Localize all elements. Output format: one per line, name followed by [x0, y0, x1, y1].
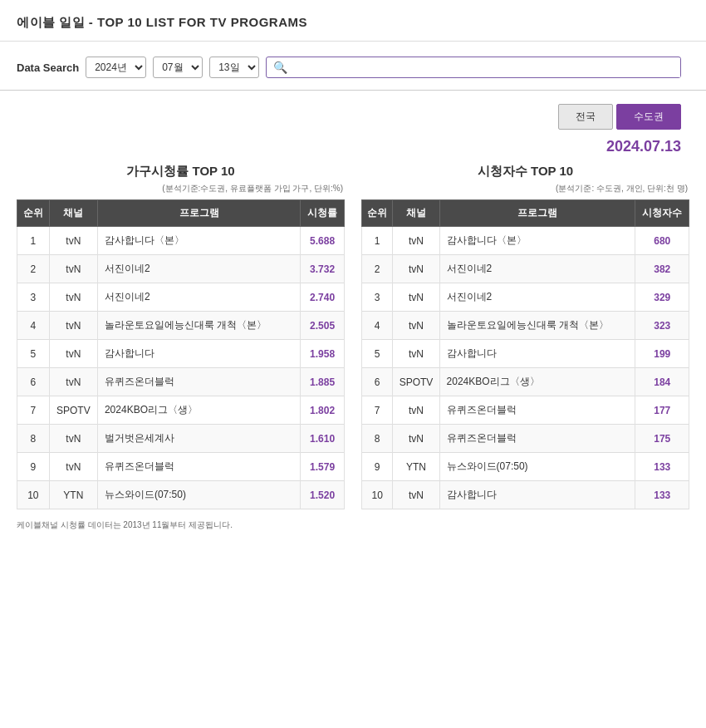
rating-cell: 1.958: [301, 340, 345, 368]
right-col-rank: 순위: [362, 200, 393, 227]
rank-cell: 7: [362, 396, 393, 425]
page-title: 에이블 일일 - TOP 10 LIST FOR TV PROGRAMS: [17, 15, 689, 31]
channel-cell: tvN: [49, 453, 97, 481]
rank-cell: 10: [362, 481, 393, 509]
left-table-subtitle: (분석기준:수도권, 유료플랫폼 가입 가구, 단위:%): [17, 183, 345, 194]
program-cell: 유퀴즈온더블럭: [97, 453, 300, 481]
channel-cell: tvN: [49, 312, 97, 340]
channel-cell: SPOTV: [49, 396, 97, 425]
program-cell: 서진이네2: [439, 255, 635, 283]
right-table-block: 시청자수 TOP 10 (분석기준: 수도권, 개인, 단위:천 명) 순위 채…: [353, 164, 698, 509]
program-cell: 서진이네2: [97, 255, 300, 283]
program-cell: 서진이네2: [439, 283, 635, 312]
rank-cell: 9: [17, 453, 50, 481]
rank-cell: 1: [17, 227, 50, 255]
tab-national[interactable]: 전국: [558, 104, 613, 130]
right-table-subtitle: (분석기준: 수도권, 개인, 단위:천 명): [361, 183, 689, 194]
table-row: 6 tvN 유퀴즈온더블럭 1.885: [17, 368, 345, 396]
table-row: 5 tvN 감사합니다 1.958: [17, 340, 345, 368]
rank-cell: 5: [17, 340, 50, 368]
program-cell: 뉴스와이드(07:50): [439, 453, 635, 481]
viewers-cell: 184: [635, 368, 689, 396]
table-row: 3 tvN 서진이네2 2.740: [17, 283, 345, 312]
rating-cell: 2.505: [301, 312, 345, 340]
left-col-channel: 채널: [49, 200, 97, 227]
program-cell: 놀라운토요일에능신대룩 개척〈본〉: [439, 312, 635, 340]
left-table-title: 가구시청률 TOP 10: [17, 164, 345, 180]
rank-cell: 4: [362, 312, 393, 340]
table-row: 9 YTN 뉴스와이드(07:50) 133: [362, 453, 689, 481]
channel-cell: tvN: [49, 227, 97, 255]
tab-metro[interactable]: 수도권: [616, 104, 681, 130]
rating-cell: 5.688: [301, 227, 345, 255]
rank-cell: 9: [362, 453, 393, 481]
rank-cell: 2: [362, 255, 393, 283]
viewers-cell: 382: [635, 255, 689, 283]
left-table: 순위 채널 프로그램 시청률 1 tvN 감사합니다〈본〉 5.688 2 tv…: [17, 199, 345, 509]
table-row: 8 tvN 벌거벗은세계사 1.610: [17, 425, 345, 453]
rank-cell: 7: [17, 396, 50, 425]
table-row: 4 tvN 놀라운토요일에능신대룩 개척〈본〉 323: [362, 312, 689, 340]
channel-cell: tvN: [393, 425, 439, 453]
rating-cell: 1.520: [301, 481, 345, 509]
table-row: 10 YTN 뉴스와이드(07:50) 1.520: [17, 481, 345, 509]
program-cell: 뉴스와이드(07:50): [97, 481, 300, 509]
footnote: 케이블채널 시청률 데이터는 2013년 11월부터 제공됩니다.: [0, 509, 706, 538]
table-row: 9 tvN 유퀴즈온더블럭 1.579: [17, 453, 345, 481]
tabs-row: 전국 수도권: [0, 91, 706, 135]
month-select[interactable]: 07월 06월: [153, 57, 203, 78]
rank-cell: 2: [17, 255, 50, 283]
channel-cell: tvN: [393, 340, 439, 368]
program-cell: 감사합니다〈본〉: [439, 227, 635, 255]
program-cell: 놀라운토요일에능신대룩 개척〈본〉: [97, 312, 300, 340]
program-cell: 유퀴즈온더블럭: [439, 425, 635, 453]
table-row: 1 tvN 감사합니다〈본〉 5.688: [17, 227, 345, 255]
left-col-rating: 시청률: [301, 200, 345, 227]
program-cell: 서진이네2: [97, 283, 300, 312]
table-row: 7 SPOTV 2024KBO리그〈생〉 1.802: [17, 396, 345, 425]
table-row: 3 tvN 서진이네2 329: [362, 283, 689, 312]
day-select[interactable]: 13일 12일: [209, 57, 259, 78]
table-row: 5 tvN 감사합니다 199: [362, 340, 689, 368]
year-select[interactable]: 2024년 2023년: [86, 57, 146, 78]
viewers-cell: 680: [635, 227, 689, 255]
rank-cell: 3: [17, 283, 50, 312]
right-table: 순위 채널 프로그램 시청자수 1 tvN 감사합니다〈본〉 680 2 tvN…: [361, 199, 689, 509]
channel-cell: tvN: [393, 227, 439, 255]
page-wrapper: 에이블 일일 - TOP 10 LIST FOR TV PROGRAMS Dat…: [0, 0, 706, 728]
viewers-cell: 133: [635, 453, 689, 481]
right-table-title: 시청자수 TOP 10: [361, 164, 689, 180]
viewers-cell: 177: [635, 396, 689, 425]
channel-cell: tvN: [393, 396, 439, 425]
rating-cell: 1.885: [301, 368, 345, 396]
rank-cell: 8: [362, 425, 393, 453]
channel-cell: tvN: [49, 368, 97, 396]
channel-cell: tvN: [393, 283, 439, 312]
tables-section: 가구시청률 TOP 10 (분석기준:수도권, 유료플랫폼 가입 가구, 단위:…: [0, 164, 706, 509]
table-row: 2 tvN 서진이네2 382: [362, 255, 689, 283]
rank-cell: 6: [17, 368, 50, 396]
program-cell: 유퀴즈온더블럭: [439, 396, 635, 425]
rank-cell: 4: [17, 312, 50, 340]
rank-cell: 8: [17, 425, 50, 453]
rating-cell: 1.610: [301, 425, 345, 453]
program-cell: 유퀴즈온더블럭: [97, 368, 300, 396]
viewers-cell: 199: [635, 340, 689, 368]
rating-cell: 2.740: [301, 283, 345, 312]
table-row: 4 tvN 놀라운토요일에능신대룩 개척〈본〉 2.505: [17, 312, 345, 340]
table-row: 6 SPOTV 2024KBO리그〈생〉 184: [362, 368, 689, 396]
table-row: 2 tvN 서진이네2 3.732: [17, 255, 345, 283]
program-cell: 감사합니다: [439, 340, 635, 368]
search-label: Data Search: [17, 61, 79, 74]
right-col-program: 프로그램: [439, 200, 635, 227]
channel-cell: tvN: [49, 425, 97, 453]
rank-cell: 3: [362, 283, 393, 312]
channel-cell: tvN: [49, 255, 97, 283]
rating-cell: 1.579: [301, 453, 345, 481]
search-input[interactable]: [294, 58, 680, 77]
right-col-viewers: 시청자수: [635, 200, 689, 227]
search-input-wrap: 🔍: [266, 57, 681, 78]
page-header: 에이블 일일 - TOP 10 LIST FOR TV PROGRAMS: [0, 0, 706, 42]
program-cell: 벌거벗은세계사: [97, 425, 300, 453]
search-button[interactable]: 🔍: [267, 57, 294, 77]
